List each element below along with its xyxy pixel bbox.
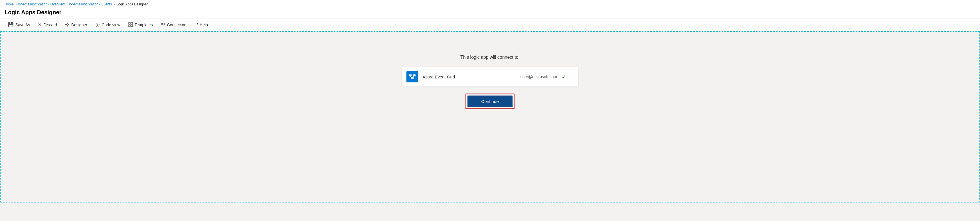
designer-button[interactable]: Designer — [62, 20, 91, 30]
continue-button[interactable]: Continue — [468, 95, 512, 107]
svg-rect-7 — [129, 25, 130, 27]
connectors-button[interactable]: Connectors — [158, 20, 191, 30]
svg-rect-13 — [409, 75, 412, 76]
discard-icon: ✕ — [38, 22, 41, 27]
discard-button[interactable]: ✕ Discard — [35, 20, 60, 29]
continue-btn-wrapper: Continue — [466, 94, 514, 109]
templates-label: Templates — [135, 22, 153, 27]
designer-label: Designer — [71, 22, 87, 27]
connection-table: Azure Event Grid user@microsoft.com ✓ ··… — [402, 67, 578, 87]
toolbar: 💾 Save As ✕ Discard Designer ⟨/⟩ Code vi… — [0, 19, 980, 31]
code-view-label: Code view — [102, 22, 120, 27]
connect-label: This logic app will connect to: — [460, 55, 520, 60]
main-content: This logic app will connect to: Azure Ev… — [0, 31, 980, 202]
connectors-icon — [161, 22, 165, 28]
discard-label: Discard — [43, 22, 57, 27]
breadcrumb-sep-1: › — [15, 2, 16, 6]
breadcrumb-current: Logic Apps Designer — [116, 2, 148, 6]
svg-rect-9 — [161, 23, 162, 24]
save-as-button[interactable]: 💾 Save As — [5, 20, 33, 29]
service-name: Azure Event Grid — [422, 75, 515, 79]
user-email: user@microsoft.com — [520, 75, 557, 79]
templates-icon — [128, 22, 133, 28]
svg-rect-6 — [131, 22, 133, 24]
svg-point-0 — [67, 24, 68, 25]
save-as-label: Save As — [15, 22, 30, 27]
svg-rect-8 — [131, 25, 133, 27]
service-icon — [406, 71, 418, 83]
svg-rect-5 — [129, 22, 130, 24]
help-button[interactable]: ? Help — [192, 20, 212, 29]
code-view-icon: ⟨/⟩ — [95, 22, 100, 27]
connection-row: Azure Event Grid user@microsoft.com ✓ ··… — [402, 67, 578, 86]
connectors-label: Connectors — [167, 22, 188, 27]
connection-card-container: This logic app will connect to: Azure Ev… — [6, 55, 974, 109]
more-options-icon[interactable]: ··· — [569, 74, 574, 80]
top-bar: Home › kv-emailnotification - Overview ›… — [0, 0, 980, 19]
svg-rect-12 — [407, 72, 417, 82]
code-view-button[interactable]: ⟨/⟩ Code view — [92, 20, 124, 29]
svg-rect-10 — [164, 23, 165, 24]
save-icon: 💾 — [8, 22, 14, 27]
templates-button[interactable]: Templates — [125, 20, 156, 30]
breadcrumb-home[interactable]: Home — [5, 2, 14, 6]
status-icons: ✓ ··· — [562, 73, 574, 80]
svg-rect-14 — [413, 75, 415, 76]
help-label: Help — [200, 22, 208, 27]
breadcrumb-events[interactable]: kv-emailnotification - Events — [69, 2, 112, 6]
breadcrumb: Home › kv-emailnotification - Overview ›… — [5, 0, 975, 7]
svg-rect-15 — [411, 77, 414, 79]
breadcrumb-sep-3: › — [113, 2, 115, 6]
help-icon: ? — [196, 22, 198, 27]
breadcrumb-sep-2: › — [67, 2, 68, 6]
page-title: Logic Apps Designer — [5, 7, 975, 19]
check-icon: ✓ — [562, 73, 566, 80]
designer-icon — [65, 22, 70, 28]
breadcrumb-overview[interactable]: kv-emailnotification - Overview — [18, 2, 65, 6]
